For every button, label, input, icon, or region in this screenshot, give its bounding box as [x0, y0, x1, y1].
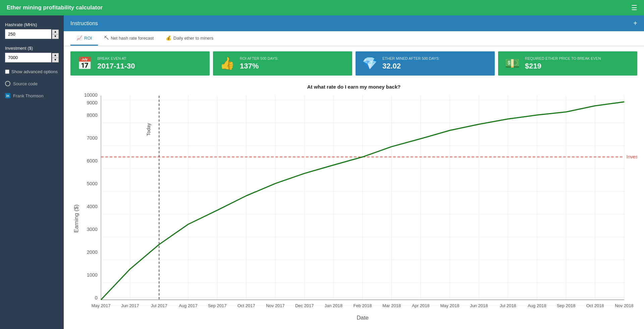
svg-text:Feb 2018: Feb 2018 [354, 303, 372, 308]
investment-input[interactable] [5, 53, 51, 62]
svg-text:Nov 2017: Nov 2017 [266, 303, 285, 308]
svg-text:Nov 2018: Nov 2018 [615, 303, 634, 308]
app-title: Ether mining profitability calculator [7, 4, 631, 11]
ether-mined-icon: 💎 [362, 56, 377, 70]
svg-text:Dec 2017: Dec 2017 [295, 303, 314, 308]
main-layout: Hashrate (MH/s) ▲ ▼ Investment ($) ▲ ▼ [0, 15, 644, 329]
roi-icon: 👍 [220, 56, 235, 70]
ether-mined-label: ETHER MINED AFTER 500 DAYS: [382, 56, 440, 60]
investment-spinner: ▲ ▼ [52, 53, 59, 62]
advanced-options-label: Show advanced options [11, 69, 58, 74]
svg-text:Oct 2017: Oct 2017 [237, 303, 255, 308]
daily-ether-tab-icon: 💰 [166, 35, 171, 41]
break-even-info: BREAK EVEN AT: 2017-11-30 [97, 56, 135, 70]
svg-text:Apr 2018: Apr 2018 [412, 303, 430, 308]
tabs-area: 📈 ROI ⛏ Net hash rate forecast 💰 Daily e… [64, 31, 644, 46]
hashrate-input[interactable] [5, 29, 51, 39]
instructions-bar: Instructions + [64, 15, 644, 31]
chart-title: At what rate do I earn my money back? [70, 84, 637, 90]
source-code-icon [5, 81, 10, 86]
svg-text:Oct 2018: Oct 2018 [586, 303, 604, 308]
svg-text:Jun 2017: Jun 2017 [121, 303, 139, 308]
svg-text:6000: 6000 [87, 158, 98, 163]
investment-input-wrap: ▲ ▼ [5, 53, 59, 62]
svg-text:Date: Date [357, 315, 369, 321]
svg-text:10000: 10000 [84, 92, 98, 98]
svg-text:Investment: Investment [627, 154, 638, 159]
break-even-label: BREAK EVEN AT: [97, 56, 135, 60]
svg-text:9000: 9000 [87, 100, 98, 105]
stat-roi: 👍 ROI AFTER 500 DAYS: 137% [213, 51, 352, 76]
svg-text:Sep 2017: Sep 2017 [208, 303, 227, 308]
svg-text:Jul 2017: Jul 2017 [151, 303, 167, 308]
roi-value: 137% [240, 62, 278, 70]
sidebar: Hashrate (MH/s) ▲ ▼ Investment ($) ▲ ▼ [0, 15, 64, 329]
roi-label: ROI AFTER 500 DAYS: [240, 56, 278, 60]
svg-text:Today: Today [146, 123, 151, 136]
chart-container: At what rate do I earn my money back? Ea… [64, 81, 644, 329]
svg-text:2000: 2000 [87, 249, 98, 255]
roi-tab-icon: 📈 [76, 35, 82, 41]
investment-down-button[interactable]: ▼ [52, 58, 59, 62]
required-price-icon: 💵 [505, 56, 520, 70]
investment-label: Investment ($) [5, 46, 59, 51]
hashrate-input-wrap: ▲ ▼ [5, 29, 59, 39]
advanced-options[interactable]: Show advanced options [5, 69, 59, 74]
svg-text:4000: 4000 [87, 204, 98, 209]
hashrate-spinner: ▲ ▼ [52, 30, 59, 39]
svg-text:8000: 8000 [87, 112, 98, 118]
svg-text:1000: 1000 [87, 272, 98, 278]
source-code-label: Source code [13, 81, 38, 86]
tab-roi[interactable]: 📈 ROI [70, 31, 98, 46]
stats-row: 📅 BREAK EVEN AT: 2017-11-30 👍 ROI AFTER … [64, 46, 644, 81]
svg-text:May 2017: May 2017 [91, 303, 110, 308]
stat-break-even: 📅 BREAK EVEN AT: 2017-11-30 [70, 51, 210, 76]
author-link[interactable]: in Frank Thomson [5, 93, 59, 98]
hashrate-label: Hashrate (MH/s) [5, 22, 59, 27]
required-price-value: $219 [525, 62, 601, 70]
source-code-link[interactable]: Source code [5, 81, 59, 86]
instructions-title: Instructions [70, 20, 98, 27]
svg-text:May 2018: May 2018 [440, 303, 459, 308]
tab-daily-ether[interactable]: 💰 Daily ether to miners [160, 31, 219, 46]
svg-text:Sep 2018: Sep 2018 [557, 303, 576, 308]
required-price-label: REQUIRED ETHER PRICE TO BREAK EVEN [525, 56, 601, 60]
svg-text:3000: 3000 [87, 227, 98, 232]
advanced-options-checkbox[interactable] [5, 69, 9, 74]
author-label: Frank Thomson [13, 93, 44, 98]
linkedin-icon: in [5, 93, 10, 98]
tab-net-hash[interactable]: ⛏ Net hash rate forecast [98, 31, 160, 46]
hashrate-up-button[interactable]: ▲ [52, 30, 59, 34]
chart-svg: Earning ($) 0 [70, 91, 637, 329]
svg-text:Jul 2018: Jul 2018 [500, 303, 516, 308]
ether-mined-value: 32.02 [382, 62, 440, 70]
daily-ether-tab-label: Daily ether to miners [173, 36, 213, 41]
investment-up-button[interactable]: ▲ [52, 53, 59, 58]
svg-text:7000: 7000 [87, 135, 98, 141]
svg-text:Aug 2018: Aug 2018 [528, 303, 546, 308]
svg-text:Jan 2018: Jan 2018 [325, 303, 342, 308]
roi-info: ROI AFTER 500 DAYS: 137% [240, 56, 278, 70]
svg-text:Mar 2018: Mar 2018 [382, 303, 401, 308]
svg-text:Jun 2018: Jun 2018 [470, 303, 488, 308]
roi-tab-label: ROI [84, 36, 92, 41]
stat-required-price: 💵 REQUIRED ETHER PRICE TO BREAK EVEN $21… [498, 51, 637, 76]
required-price-info: REQUIRED ETHER PRICE TO BREAK EVEN $219 [525, 56, 601, 70]
menu-icon[interactable]: ☰ [631, 4, 637, 12]
content: Instructions + 📈 ROI ⛏ Net hash rate for… [64, 15, 644, 329]
hashrate-down-button[interactable]: ▼ [52, 34, 59, 39]
svg-text:0: 0 [95, 295, 98, 300]
instructions-plus-icon[interactable]: + [633, 19, 637, 27]
break-even-value: 2017-11-30 [97, 62, 135, 70]
investment-section: Investment ($) ▲ ▼ [5, 46, 59, 62]
break-even-icon: 📅 [77, 56, 92, 70]
topnav: Ether mining profitability calculator ☰ [0, 0, 644, 15]
svg-text:Earning ($): Earning ($) [73, 204, 79, 233]
net-hash-tab-icon: ⛏ [104, 35, 109, 41]
ether-mined-info: ETHER MINED AFTER 500 DAYS: 32.02 [382, 56, 440, 70]
net-hash-tab-label: Net hash rate forecast [111, 36, 154, 41]
stat-ether-mined: 💎 ETHER MINED AFTER 500 DAYS: 32.02 [356, 51, 495, 76]
chart-wrap: Earning ($) 0 [70, 91, 637, 329]
svg-text:5000: 5000 [87, 181, 98, 186]
svg-text:Aug 2017: Aug 2017 [179, 303, 198, 308]
